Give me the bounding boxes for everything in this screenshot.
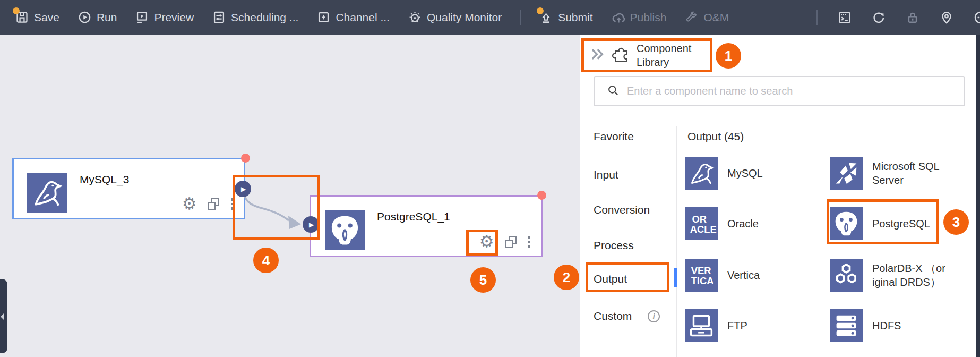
run-button[interactable]: Run (78, 10, 117, 24)
step-badge-4: 4 (253, 248, 279, 273)
info-icon[interactable]: i (648, 310, 660, 322)
om-label: O&M (703, 11, 729, 24)
category-process[interactable]: Process (594, 239, 634, 252)
om-wrench-icon (684, 10, 699, 24)
component-postgresql[interactable]: PostgreSQL (830, 207, 945, 240)
component-polardb[interactable]: PolarDB-X （original DRDS） (830, 259, 945, 292)
mysql-output-port[interactable]: ▶ (235, 181, 251, 197)
toolbar-separator (816, 10, 818, 26)
component-vertica[interactable]: Vertica (685, 259, 801, 292)
step-badge-2: 2 (554, 265, 579, 290)
kebab-menu-icon[interactable] (527, 235, 532, 249)
chevron-left-icon (1, 313, 4, 320)
preview-icon (135, 10, 149, 24)
publish-label: Publish (630, 11, 667, 24)
node-title: PostgreSQL_1 (377, 210, 450, 223)
component-search (594, 76, 965, 106)
oracle-icon (685, 207, 718, 240)
preview-button[interactable]: Preview (135, 10, 194, 24)
mssql-icon (830, 157, 863, 190)
component-label: PostgreSQL (872, 217, 945, 231)
component-mssql[interactable]: Microsoft SQL Server (830, 157, 945, 190)
refresh-icon[interactable] (871, 10, 886, 24)
vertica-icon (685, 259, 718, 292)
submit-button[interactable]: Submit (539, 10, 592, 24)
save-icon (15, 10, 29, 24)
panel-title: ComponentLibrary (637, 41, 691, 69)
toolbar-separator (520, 10, 521, 26)
active-category-indicator (674, 268, 677, 287)
category-input[interactable]: Input (594, 168, 618, 181)
postgresql-node-status-dot (537, 191, 546, 200)
component-label: PolarDB-X （original DRDS） (872, 261, 945, 289)
gear-icon[interactable]: ⚙ (479, 234, 494, 249)
step-badge-5: 5 (470, 267, 496, 293)
component-label: FTP (727, 319, 801, 333)
postgresql-icon (830, 207, 863, 240)
category-conversion[interactable]: Conversion (594, 203, 650, 216)
copy-icon[interactable] (208, 198, 219, 210)
component-oracle[interactable]: Oracle (685, 207, 801, 240)
category-favorite[interactable]: Favorite (594, 130, 634, 143)
terminal-icon[interactable] (837, 10, 852, 24)
quality-monitor-icon (408, 10, 422, 24)
submit-icon (539, 10, 553, 24)
run-label: Run (97, 11, 117, 24)
search-icon (606, 83, 620, 99)
ftp-icon (685, 309, 718, 342)
om-button[interactable]: O&M (684, 10, 729, 24)
save-label: Save (34, 11, 59, 24)
scheduling-button[interactable]: Scheduling ... (212, 10, 298, 24)
category-custom[interactable]: Custom (594, 310, 632, 322)
node-mysql-3[interactable]: MySQL_3 ⚙ (12, 158, 245, 219)
category-output[interactable]: Output (594, 273, 627, 285)
save-button[interactable]: Save (15, 10, 59, 24)
channel-button[interactable]: Channel ... (316, 10, 390, 24)
postgresql-node-icon (325, 210, 365, 250)
node-actions: ⚙ (182, 197, 234, 211)
mysql-node-status-dot (241, 154, 250, 163)
output-section-title: Output (45) (687, 130, 744, 143)
postgresql-input-port[interactable]: ▶ (303, 216, 319, 233)
save-notification-dot (13, 7, 20, 14)
component-ftp[interactable]: FTP (685, 309, 801, 342)
lock-icon[interactable] (905, 10, 919, 24)
toolbar-right-icons (816, 0, 980, 35)
publish-icon (611, 10, 625, 24)
panel-divider (676, 126, 677, 357)
kebab-menu-icon[interactable] (230, 197, 235, 211)
node-postgresql-1[interactable]: PostgreSQL_1 ⚙ (310, 195, 543, 257)
scheduling-icon (212, 10, 226, 24)
app-window: Save Run Preview Scheduling ... Channel … (0, 0, 980, 357)
quality-monitor-button[interactable]: Quality Monitor (408, 10, 502, 24)
publish-button[interactable]: Publish (611, 10, 667, 24)
collapse-chevrons-icon[interactable] (589, 46, 606, 65)
step-badge-1: 1 (716, 43, 741, 69)
component-label: Vertica (727, 268, 801, 282)
hdfs-icon (830, 309, 863, 342)
collapse-panel-handle[interactable] (0, 279, 7, 353)
right-edge-strip[interactable] (976, 35, 980, 357)
gear-icon[interactable]: ⚙ (182, 197, 197, 211)
component-mysql[interactable]: MySQL (685, 157, 801, 190)
copy-icon[interactable] (505, 236, 517, 248)
node-title: MySQL_3 (80, 173, 129, 186)
submit-label: Submit (558, 11, 592, 24)
mysql-icon (685, 157, 718, 190)
component-label: Oracle (727, 217, 801, 231)
polardb-icon (830, 259, 863, 292)
run-icon (78, 10, 92, 24)
channel-label: Channel ... (336, 11, 390, 24)
channel-icon (316, 10, 331, 24)
more-icon[interactable] (973, 10, 980, 24)
step-badge-3: 3 (943, 209, 969, 235)
component-library-panel: ComponentLibrary Favorite Input Conversi… (580, 35, 980, 357)
component-label: Microsoft SQL Server (872, 159, 945, 187)
preview-label: Preview (154, 11, 194, 24)
search-input[interactable] (627, 85, 945, 97)
puzzle-icon (611, 44, 631, 66)
node-actions: ⚙ (479, 234, 531, 249)
component-hdfs[interactable]: HDFS (830, 309, 945, 342)
component-label: MySQL (727, 166, 801, 180)
location-pin-icon[interactable] (939, 10, 953, 24)
